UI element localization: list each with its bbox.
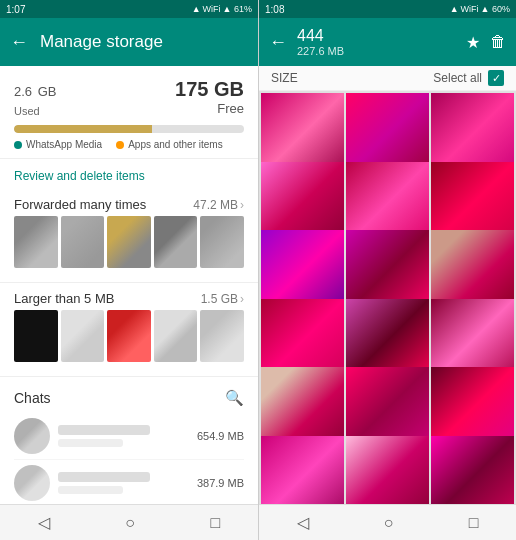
chats-header: Chats 🔍 (14, 389, 244, 407)
bottom-nav-right: ◁ ○ □ (259, 504, 516, 540)
thumb-item (107, 216, 151, 268)
chat-size: 387.9 MB (197, 477, 244, 489)
back-button-right[interactable]: ← (269, 32, 287, 53)
time-left: 1:07 (6, 4, 25, 15)
nav-home-icon[interactable]: ○ (125, 514, 135, 532)
divider-2 (0, 376, 258, 377)
review-title: Review and delete items (14, 169, 244, 183)
nav-back-icon-right[interactable]: ◁ (297, 513, 309, 532)
media-cell[interactable] (261, 436, 344, 505)
thumb-item (14, 216, 58, 268)
media-cell[interactable] (431, 436, 514, 505)
chat-item[interactable]: 654.9 MB (14, 413, 244, 460)
size-label: SIZE (271, 71, 298, 85)
header-left: ← Manage storage (0, 18, 258, 66)
page-title: Manage storage (40, 32, 163, 52)
dot-orange (116, 141, 124, 149)
media-cell[interactable] (346, 436, 429, 505)
thumb-item (154, 310, 198, 362)
right-panel: 1:08 ▲ WiFi ▲ 60% ← 444 227.6 MB ★ 🗑 SIZ… (258, 0, 516, 540)
category-larger-header: Larger than 5 MB 1.5 GB › (14, 291, 244, 306)
storage-legend: WhatsApp Media Apps and other items (14, 139, 244, 150)
category-larger[interactable]: Larger than 5 MB 1.5 GB › (0, 287, 258, 372)
storage-free: 175 GB Free (175, 78, 244, 116)
nav-home-icon-right[interactable]: ○ (384, 514, 394, 532)
storage-numbers: 2.6 GB Used 175 GB Free (14, 78, 244, 119)
chats-section: Chats 🔍 654.9 MB 387.9 MB (0, 381, 258, 504)
chat-info (58, 472, 189, 494)
avatar (14, 418, 50, 454)
time-right: 1:08 (265, 4, 284, 15)
nav-recent-icon[interactable]: □ (211, 514, 221, 532)
header-icons: ★ 🗑 (466, 33, 506, 52)
contact-info: 444 227.6 MB (297, 27, 466, 57)
chat-size: 654.9 MB (197, 430, 244, 442)
chevron-icon: › (240, 198, 244, 212)
select-all-label: Select all (433, 71, 482, 85)
divider (0, 282, 258, 283)
thumb-item (14, 310, 58, 362)
avatar (14, 465, 50, 501)
left-panel: 1:07 ▲ WiFi ▲ 61% ← Manage storage 2.6 G… (0, 0, 258, 540)
right-toolbar: SIZE Select all ✓ (259, 66, 516, 91)
status-bar-right: 1:08 ▲ WiFi ▲ 60% (259, 0, 516, 18)
chevron-icon-2: › (240, 292, 244, 306)
back-button-left[interactable]: ← (10, 32, 28, 53)
storage-progress-bar (14, 125, 244, 133)
thumb-item (200, 216, 244, 268)
status-icons-right: ▲ WiFi ▲ 60% (450, 4, 510, 14)
category-forwarded-header: Forwarded many times 47.2 MB › (14, 197, 244, 212)
header-right: ← 444 227.6 MB ★ 🗑 (259, 18, 516, 66)
thumb-item (61, 216, 105, 268)
chat-info (58, 425, 189, 447)
bottom-nav-left: ◁ ○ □ (0, 504, 258, 540)
chat-name-bar (58, 472, 150, 482)
progress-used (14, 125, 152, 133)
star-icon[interactable]: ★ (466, 33, 480, 52)
search-icon[interactable]: 🔍 (225, 389, 244, 407)
forwarded-thumbnails (14, 216, 244, 268)
nav-recent-icon-right[interactable]: □ (469, 514, 479, 532)
thumb-item (107, 310, 151, 362)
chat-sub-bar (58, 486, 123, 494)
contact-name: 444 (297, 27, 466, 45)
legend-whatsapp: WhatsApp Media (14, 139, 102, 150)
legend-apps: Apps and other items (116, 139, 223, 150)
status-bar-left: 1:07 ▲ WiFi ▲ 61% (0, 0, 258, 18)
select-all-row: Select all ✓ (433, 70, 504, 86)
storage-section: 2.6 GB Used 175 GB Free WhatsApp Media (0, 66, 258, 159)
status-icons-left: ▲ WiFi ▲ 61% (192, 4, 252, 14)
storage-used: 2.6 GB Used (14, 78, 56, 119)
larger-thumbnails (14, 310, 244, 362)
contact-size: 227.6 MB (297, 45, 466, 57)
select-all-checkbox[interactable]: ✓ (488, 70, 504, 86)
thumb-item (154, 216, 198, 268)
delete-icon[interactable]: 🗑 (490, 33, 506, 51)
category-forwarded[interactable]: Forwarded many times 47.2 MB › (0, 193, 258, 278)
chat-sub-bar (58, 439, 123, 447)
nav-back-icon[interactable]: ◁ (38, 513, 50, 532)
thumb-item (61, 310, 105, 362)
media-grid (259, 91, 516, 504)
dot-green (14, 141, 22, 149)
chat-name-bar (58, 425, 150, 435)
chat-item[interactable]: 387.9 MB (14, 460, 244, 504)
thumb-item (200, 310, 244, 362)
review-section: Review and delete items (0, 159, 258, 193)
